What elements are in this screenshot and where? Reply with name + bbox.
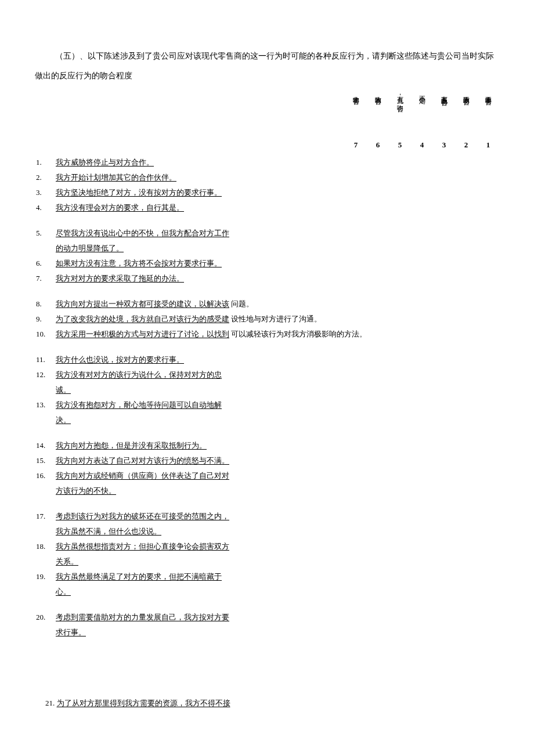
item-text: 我方威胁将停止与对方合作。 <box>56 158 154 167</box>
scale-column: 不确定4 <box>411 91 433 150</box>
scale-label: 不确定 <box>417 91 426 138</box>
item-text-tail: 可以减轻该行为对我方消极影响的方法。 <box>229 330 367 338</box>
item-text-wrap: 考虑到需要借助对方的力量发展自己，我方按对方要 <box>56 610 499 625</box>
item-row-cont: 方该行为的不快。 <box>35 483 499 498</box>
scale-label: 有点儿，吻合 <box>395 91 404 138</box>
item-number: 3. <box>35 185 56 200</box>
item-text: 我方没有抱怨对方，耐心地等待问题可以自动地解 <box>56 400 222 409</box>
item-number: 6. <box>35 256 56 271</box>
item-text: 为了改变我方的处境，我方就自己对该行为的感受建 <box>56 314 229 323</box>
item-text-cont-wrap: 方该行为的不快。 <box>56 483 499 498</box>
scale-number: 2 <box>455 140 477 150</box>
item-text-wrap: 我方向对方提出一种双方都可接受的建议，以解决该 问题。 <box>56 296 499 312</box>
scale-number: 5 <box>389 140 411 150</box>
item-row: 20. 考虑到需要借助对方的力量发展自己，我方按对方要 <box>35 610 499 625</box>
item-row: 16.我方向对方或经销商（供应商）伙伴表达了自己对对 <box>35 468 499 483</box>
item-number: 8. <box>35 296 56 312</box>
item-number: 12. <box>35 367 56 382</box>
item-text: 我方向对方或经销商（供应商）伙伴表达了自己对对 <box>56 471 229 480</box>
item-text-cont: 心。 <box>56 587 71 596</box>
item-text-wrap: 我方没有抱怨对方，耐心地等待问题可以自动地解 <box>56 397 499 413</box>
item-text-cont-wrap: 求行事。 <box>56 625 499 640</box>
item-text: 我方没有对对方的该行为说什么，保持对对方的忠 <box>56 370 222 379</box>
scale-column: 有点儿，吻合5 <box>389 91 411 150</box>
item-text-wrap: 我方威胁将停止与对方合作。 <box>56 155 499 170</box>
item-row-cont: 求行事。 <box>35 625 499 640</box>
item-number: 17. <box>35 509 56 524</box>
item-text-wrap: 我方没有对对方的该行为说什么，保持对对方的忠 <box>56 367 499 382</box>
item-text-cont-wrap: 决。 <box>56 413 499 428</box>
item-number: 13. <box>35 397 56 413</box>
item-row: 17.考虑到该行为对我方的破坏还在可接受的范围之内， <box>35 509 499 524</box>
group-gap <box>35 599 499 610</box>
item-text-wrap: 我方采用一种积极的方式与对方进行了讨论，以找到 可以减轻该行为对我方消极影响的方… <box>56 327 499 342</box>
item-number: 19. <box>35 569 56 584</box>
item-row-cont: 诚。 <box>35 382 499 397</box>
items-container: 1.我方威胁将停止与对方合作。2. 我方开始计划增加其它的合作伙伴。3.我方坚决… <box>35 155 499 640</box>
item-text: 我方坚决地拒绝了对方，没有按对方的要求行事。 <box>56 188 222 197</box>
item-text-wrap: 尽管我方没有说出心中的不快，但我方配合对方工作 <box>56 226 499 241</box>
item-text-wrap: 我方虽然最终满足了对方的要求，但把不满暗藏于 <box>56 569 499 584</box>
item-text: 我方向对方抱怨，但是并没有采取抵制行为。 <box>56 441 207 450</box>
item-row: 15.我方向对方表达了自己对对方该行为的愤怒与不满。 <box>35 453 499 468</box>
item-number: 20. <box>35 610 56 625</box>
item-number: 4. <box>35 200 56 215</box>
item-number: 16. <box>35 468 56 483</box>
item-row-cont: 决。 <box>35 413 499 428</box>
scale-label: 大致吻合 <box>373 91 382 138</box>
item-row: 10.我方采用一种积极的方式与对方进行了讨论，以找到 可以减轻该行为对我方消极影… <box>35 327 499 342</box>
item-number: 9. <box>35 312 56 327</box>
scale-label: 有点儿不吻合 <box>439 91 448 138</box>
item-text-wrap: 我方向对方表达了自己对对方该行为的愤怒与不满。 <box>56 453 499 468</box>
scale-column: 有点儿不吻合3 <box>433 91 455 150</box>
item-text-cont: 诚。 <box>56 385 71 394</box>
scale-label: 大致不吻合 <box>461 91 470 138</box>
item-number: 11. <box>35 352 56 367</box>
scale-number: 1 <box>477 140 499 150</box>
item-row: 12.我方没有对对方的该行为说什么，保持对对方的忠 <box>35 367 499 382</box>
item-row: 7.我方对对方的要求采取了拖延的办法。 <box>35 271 499 286</box>
item-text: 我方开始计划增加其它的合作伙伴。 <box>56 173 176 182</box>
scale-column: 非常不吻合1 <box>477 91 499 150</box>
item-text-cont-wrap: 心。 <box>56 584 499 599</box>
group-gap <box>35 428 499 438</box>
item-text-tail: 问题。 <box>229 299 254 308</box>
item-text-wrap: 我方没有理会对方的要求，自行其是。 <box>56 200 499 215</box>
item-text-wrap: 我方虽然很想指责对方；但担心直接争论会损害双方 <box>56 539 499 554</box>
scale-label: 非常不吻合 <box>484 91 492 138</box>
item-text: 我方没有理会对方的要求，自行其是。 <box>56 203 184 212</box>
item-text-cont-wrap: 关系。 <box>56 554 499 569</box>
item-text-cont: 求行事。 <box>56 628 86 636</box>
group-gap <box>35 215 499 226</box>
item-text-cont-wrap: 诚。 <box>56 382 499 397</box>
item-row: 9.为了改变我方的处境，我方就自己对该行为的感受建 设性地与对方进行了沟通。 <box>35 312 499 327</box>
item-text-wrap: 考虑到该行为对我方的破坏还在可接受的范围之内， <box>56 509 499 524</box>
item-text-wrap: 我方对对方的要求采取了拖延的办法。 <box>56 271 499 286</box>
item-text-wrap: 我方向对方或经销商（供应商）伙伴表达了自己对对 <box>56 468 499 483</box>
group-gap <box>35 498 499 509</box>
item-row: 19.我方虽然最终满足了对方的要求，但把不满暗藏于 <box>35 569 499 584</box>
item-text: 我方虽然很想指责对方；但担心直接争论会损害双方 <box>56 542 229 551</box>
item-row: 18.我方虽然很想指责对方；但担心直接争论会损害双方 <box>35 539 499 554</box>
item-text: 尽管我方没有说出心中的不快，但我方配合对方工作 <box>56 229 229 237</box>
item-row: 2. 我方开始计划增加其它的合作伙伴。 <box>35 170 499 185</box>
item-row: 8.我方向对方提出一种双方都可接受的建议，以解决该 问题。 <box>35 296 499 312</box>
item-text-wrap: 我方坚决地拒绝了对方，没有按对方的要求行事。 <box>56 185 499 200</box>
item-row: 5.尽管我方没有说出心中的不快，但我方配合对方工作 <box>35 226 499 241</box>
item-row: 1.我方威胁将停止与对方合作。 <box>35 155 499 170</box>
item-text-wrap: 为了改变我方的处境，我方就自己对该行为的感受建 设性地与对方进行了沟通。 <box>56 312 499 327</box>
item-text-cont-wrap: 的动力明显降低了。 <box>56 241 499 256</box>
item-text-wrap: 我方什么也没说，按对方的要求行事。 <box>56 352 499 367</box>
item-text: 我方向对方表达了自己对对方该行为的愤怒与不满。 <box>56 456 229 465</box>
item-21-row: 21. 为了从对方那里得到我方需要的资源，我方不得不接 <box>35 698 499 708</box>
item-number: 7. <box>35 271 56 286</box>
item-number: 18. <box>35 539 56 554</box>
item-text: 我方什么也没说，按对方的要求行事。 <box>56 355 184 364</box>
scale-column: 大致吻合6 <box>367 91 389 150</box>
item-text-cont: 我方虽然不满，但什么也没说。 <box>56 527 161 536</box>
item-text: 考虑到该行为对我方的破坏还在可接受的范围之内， <box>56 512 229 520</box>
item-row-cont: 的动力明显降低了。 <box>35 241 499 256</box>
item-number: 21. <box>45 699 55 707</box>
item-text-cont: 决。 <box>56 415 71 424</box>
item-text-cont: 方该行为的不快。 <box>56 486 116 495</box>
